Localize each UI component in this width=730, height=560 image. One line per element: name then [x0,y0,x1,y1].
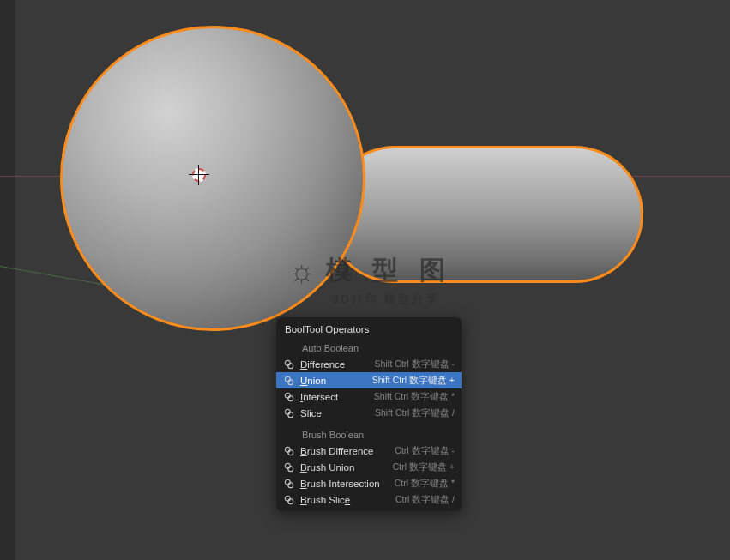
link-icon [283,494,295,506]
cursor-3d [190,166,208,184]
link-icon [283,445,295,457]
menu-item-label: Union [300,376,326,386]
menu-item-shortcut: Shift Ctrl 数字键盘 / [375,407,455,419]
menu-item-intersect[interactable]: IntersectShift Ctrl 数字键盘 * [276,388,462,405]
watermark-subtitle: 3D打印 模型分享 [332,292,439,307]
menu-item-label: Brush Slice [300,495,350,505]
svg-point-7 [288,412,293,417]
svg-point-4 [285,393,290,398]
svg-point-1 [288,363,293,368]
menu-item-label: Brush Difference [300,446,373,456]
menu-item-union[interactable]: UnionShift Ctrl 数字键盘 + [276,372,462,388]
svg-point-2 [285,376,290,382]
link-icon [283,358,295,370]
menu-item-label: Brush Union [300,462,354,473]
menu-item-shortcut: Shift Ctrl 数字键盘 + [372,375,455,387]
svg-point-8 [285,447,290,452]
svg-point-12 [285,479,290,485]
menu-item-brush-slice[interactable]: Brush SliceCtrl 数字键盘 / [276,491,462,508]
link-icon [283,461,295,473]
link-icon [283,478,295,490]
menu-item-brush-difference[interactable]: Brush DifferenceCtrl 数字键盘 - [276,443,462,459]
svg-point-11 [288,466,293,471]
svg-point-0 [285,360,290,365]
menu-item-label: Brush Intersection [300,479,380,489]
menu-item-shortcut: Ctrl 数字键盘 * [395,478,455,490]
menu-item-label: Difference [300,359,345,370]
link-icon [283,391,295,403]
svg-point-6 [285,409,290,414]
context-menu-booltool[interactable]: BoolTool Operators Auto Boolean Differen… [276,317,462,511]
menu-item-shortcut: Shift Ctrl 数字键盘 - [374,358,455,370]
svg-point-10 [285,463,290,468]
link-icon [283,375,295,387]
menu-section-header: Brush Boolean [276,426,462,443]
menu-item-difference[interactable]: DifferenceShift Ctrl 数字键盘 - [276,356,462,372]
menu-section-header: Auto Boolean [276,340,462,356]
svg-point-5 [288,395,293,400]
menu-item-shortcut: Shift Ctrl 数字键盘 * [374,391,455,403]
menu-title: BoolTool Operators [276,321,462,340]
menu-item-brush-union[interactable]: Brush UnionCtrl 数字键盘 + [276,459,462,475]
svg-point-15 [288,498,293,503]
menu-item-label: Intersect [300,392,338,402]
viewport-3d[interactable]: ☼ 模 型 图 3D打印 模型分享 BoolTool Operators Aut… [0,0,730,560]
watermark: ☼ 模 型 图 3D打印 模型分享 [287,253,452,307]
svg-point-9 [288,449,293,455]
menu-item-shortcut: Ctrl 数字键盘 / [395,494,455,506]
svg-point-14 [285,496,290,501]
menu-item-slice[interactable]: SliceShift Ctrl 数字键盘 / [276,405,462,421]
menu-item-shortcut: Ctrl 数字键盘 - [395,445,455,457]
link-icon [283,407,295,419]
menu-item-shortcut: Ctrl 数字键盘 + [393,461,455,473]
watermark-title: 模 型 图 [326,253,452,288]
gear-icon: ☼ [287,256,316,286]
menu-item-label: Slice [300,408,322,418]
svg-point-3 [288,379,293,384]
svg-point-13 [288,482,293,487]
menu-item-brush-intersection[interactable]: Brush IntersectionCtrl 数字键盘 * [276,475,462,491]
